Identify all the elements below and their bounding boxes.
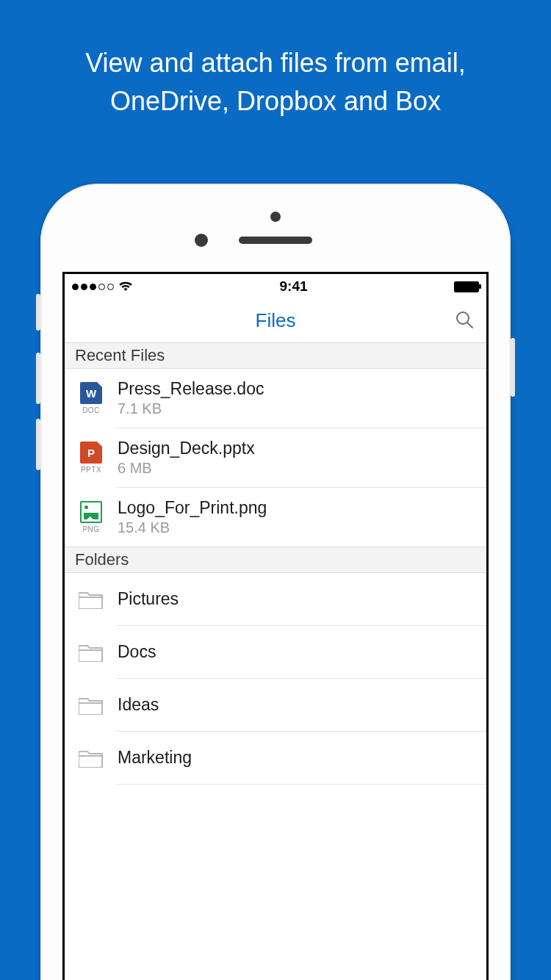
folder-icon [75,590,107,609]
section-header-folders: Folders [65,547,486,573]
file-size: 7.1 KB [118,400,264,417]
folder-name: Ideas [118,695,159,715]
file-ext-label: PNG [82,525,99,533]
search-icon [454,309,475,330]
phone-volume-down [36,419,40,470]
phone-power-button [511,338,515,397]
status-bar: 9:41 [65,274,486,299]
phone-sensor [270,212,281,222]
file-icon-png: PNG [75,501,107,533]
status-right [454,281,479,292]
promo-line2: OneDrive, Dropbox and Box [110,86,441,116]
search-button[interactable] [454,309,475,333]
folder-name: Marketing [118,748,192,768]
phone-mute-switch [36,294,40,331]
phone-screen: 9:41 Files Recent Files W DOC [62,272,489,980]
file-name: Press_Release.doc [118,379,264,399]
recent-files-list: W DOC Press_Release.doc 7.1 KB P PPTX De… [65,369,486,547]
phone-volume-up [36,353,40,404]
status-left [72,281,133,292]
page-title: Files [256,309,296,332]
folder-row[interactable]: Marketing [65,732,486,784]
svg-line-1 [467,323,472,328]
nav-bar: Files [65,299,486,343]
folder-icon [75,749,107,768]
folder-icon [75,643,107,662]
image-icon [80,501,102,523]
cellular-signal-icon [72,284,114,290]
status-time: 9:41 [279,278,307,295]
file-ext-label: DOC [82,406,100,414]
wifi-icon [118,281,133,292]
divider [116,784,486,785]
file-name: Design_Deck.pptx [118,439,255,458]
folder-row[interactable]: Ideas [65,679,486,731]
folder-name: Pictures [118,589,179,609]
promo-headline: View and attach files from email, OneDri… [0,0,551,150]
file-icon-doc: W DOC [75,382,107,414]
folders-list: Pictures Docs Ideas Mar [65,573,486,785]
file-ext-label: PPTX [81,466,101,474]
file-row[interactable]: PNG Logo_For_Print.png 15.4 KB [65,488,486,547]
battery-icon [454,281,479,292]
powerpoint-icon: P [80,442,102,464]
phone-frame: 9:41 Files Recent Files W DOC [40,184,511,980]
folder-icon [75,696,107,715]
section-header-recent: Recent Files [65,343,486,369]
promo-line1: View and attach files from email, [85,48,466,78]
phone-camera [195,234,208,247]
folder-row[interactable]: Docs [65,626,486,678]
file-icon-pptx: P PPTX [75,442,107,474]
folder-name: Docs [118,642,156,662]
word-icon: W [80,382,102,404]
phone-speaker [239,237,312,244]
file-size: 15.4 KB [118,519,267,536]
folder-row[interactable]: Pictures [65,573,486,625]
file-row[interactable]: P PPTX Design_Deck.pptx 6 MB [65,428,486,487]
file-row[interactable]: W DOC Press_Release.doc 7.1 KB [65,369,486,428]
file-name: Logo_For_Print.png [118,498,267,518]
file-size: 6 MB [118,460,255,477]
